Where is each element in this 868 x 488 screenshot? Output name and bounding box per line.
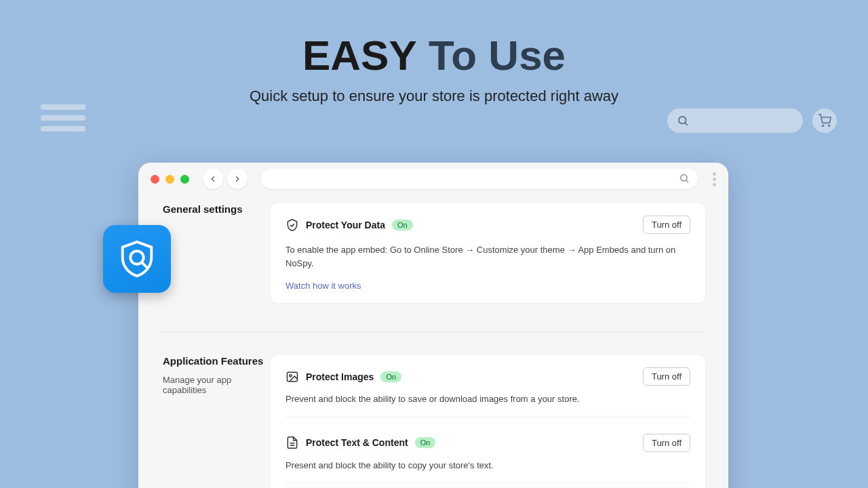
svg-line-7 [686, 180, 688, 182]
protect-text-desc: Present and block the ability to copy yo… [285, 459, 690, 472]
hero-subtitle: Quick setup to ensure your store is prot… [0, 87, 868, 105]
browser-menu-icon[interactable] [713, 172, 716, 186]
svg-point-3 [829, 125, 830, 127]
protect-data-title: Protect Your Data [306, 220, 385, 230]
protect-text-title: Protect Text & Content [306, 437, 408, 448]
cart-icon [818, 114, 831, 127]
maximize-dot[interactable] [180, 175, 189, 184]
cart-button[interactable] [812, 108, 837, 133]
url-search-icon [679, 173, 690, 184]
browser-window: General settings Protect Your Data On Tu… [138, 163, 728, 488]
protect-images-desc: Prevent and block the ability to save or… [285, 392, 690, 406]
arrow-back-icon [208, 174, 218, 184]
svg-rect-8 [288, 372, 298, 381]
svg-point-9 [290, 374, 292, 376]
shield-check-icon [285, 218, 299, 232]
hero-title-rest: To Use [429, 32, 566, 79]
protect-data-badge: On [392, 220, 413, 230]
svg-point-0 [679, 117, 686, 124]
search-input[interactable] [667, 108, 803, 133]
protect-text-badge: On [415, 437, 436, 448]
protect-images-block: Protect Images On Turn off Prevent and b… [271, 355, 705, 430]
section-divider [163, 331, 705, 332]
protect-text-toggle[interactable]: Turn off [643, 434, 690, 452]
svg-line-1 [685, 123, 688, 125]
protect-images-toggle[interactable]: Turn off [643, 367, 690, 386]
features-card: Protect Images On Turn off Prevent and b… [271, 355, 705, 488]
image-icon [285, 370, 299, 384]
file-text-icon [285, 436, 299, 449]
window-controls [151, 175, 189, 184]
general-settings-title: General settings [163, 203, 271, 215]
back-button[interactable] [203, 169, 223, 189]
app-features-desc: Manage your app capabilities [163, 375, 271, 395]
svg-point-2 [823, 125, 824, 127]
protect-images-title: Protect Images [306, 371, 374, 382]
svg-point-6 [681, 175, 687, 181]
url-bar[interactable] [261, 169, 698, 189]
hero-title: EASY To Use [0, 0, 868, 79]
watch-how-link[interactable]: Watch how it works [285, 281, 690, 291]
protect-data-card: Protect Your Data On Turn off To enable … [271, 203, 705, 303]
protect-data-toggle[interactable]: Turn off [643, 216, 690, 234]
arrow-forward-icon [233, 174, 242, 184]
protect-text-block: Protect Text & Content On Turn off Prese… [271, 430, 705, 489]
forward-button[interactable] [227, 169, 248, 189]
protect-data-desc: To enable the app embed: Go to Online St… [285, 243, 690, 270]
minimize-dot[interactable] [165, 175, 174, 184]
app-logo [103, 225, 171, 293]
search-icon [677, 115, 689, 127]
hero-title-bold: EASY [302, 32, 417, 79]
hamburger-icon[interactable] [41, 104, 85, 131]
close-dot[interactable] [151, 175, 159, 184]
browser-titlebar [138, 163, 728, 195]
app-features-title: Application Features [163, 355, 271, 367]
protect-images-badge: On [380, 371, 401, 382]
svg-line-5 [142, 262, 146, 267]
